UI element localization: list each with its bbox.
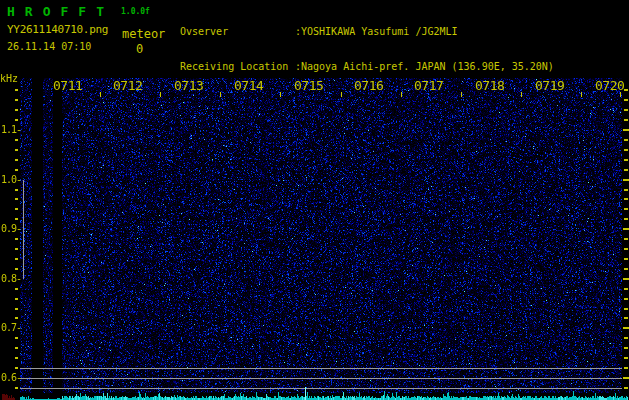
app-version: 1.0.0f	[121, 7, 150, 16]
freq-label: 1.0-	[0, 174, 21, 185]
time-label: 0718	[475, 78, 504, 93]
mode-label: meteor	[122, 27, 165, 41]
time-label: 0713	[174, 78, 203, 93]
y-axis-unit: kHz	[0, 73, 18, 84]
time-label: 0719	[535, 78, 564, 93]
time-label: 0720	[595, 78, 624, 93]
info-row-observer: Ovserver:YOSHIKAWA Yasufumi /JG2MLI	[180, 26, 554, 38]
time-label: 0712	[113, 78, 142, 93]
time-label: 0717	[414, 78, 443, 93]
info-row-location: Receiving Location:Nagoya Aichi-pref. JA…	[180, 61, 554, 73]
time-label: 0715	[294, 78, 323, 93]
info-value: :Nagoya Aichi-pref. JAPAN (136.90E, 35.2…	[295, 61, 554, 72]
info-value: :YOSHIKAWA Yasufumi /JG2MLI	[295, 26, 458, 37]
time-label: 0714	[234, 78, 263, 93]
info-label: Ovserver	[180, 26, 295, 38]
info-label: Receiving Location	[180, 61, 295, 73]
meteor-count: 0	[136, 42, 143, 56]
freq-label: 0.6-	[0, 372, 21, 383]
hrofft-window: HROFFT 1.0.0f YY2611140710.png meteor 26…	[0, 0, 629, 400]
time-label: 0711	[53, 78, 82, 93]
freq-label: 0.9-	[0, 223, 21, 234]
time-label: 0716	[354, 78, 383, 93]
freq-label: 0.8-	[0, 273, 21, 284]
spectrogram-canvas	[0, 72, 629, 400]
freq-label: 0.7-	[0, 322, 21, 333]
output-filename: YY2611140710.png	[7, 23, 108, 36]
datetime-label: 26.11.14 07:10	[7, 41, 91, 52]
app-title: HROFFT	[7, 4, 114, 19]
freq-label: 1.1-	[0, 124, 21, 135]
